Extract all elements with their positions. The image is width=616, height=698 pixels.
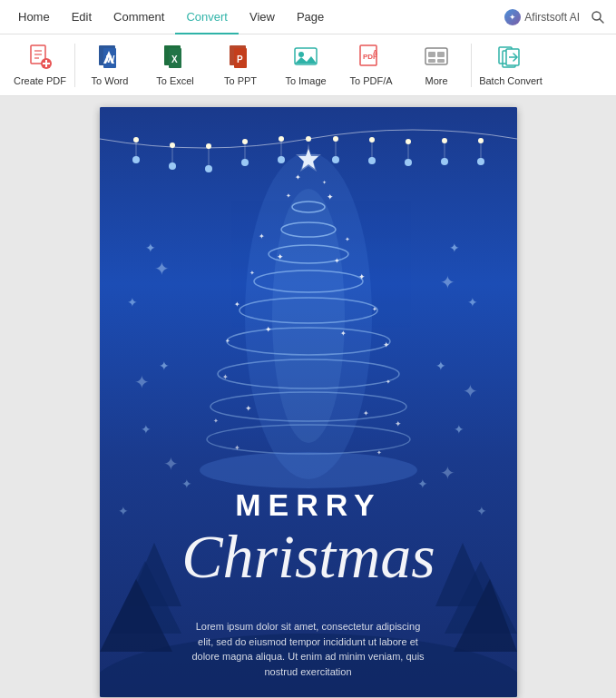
more-label: More — [425, 75, 447, 87]
to-pdfa-icon: PDF A — [357, 43, 386, 72]
svg-text:✦: ✦ — [372, 306, 377, 312]
toolbar-to-excel[interactable]: X To Excel — [142, 37, 208, 93]
to-word-label: To Word — [92, 75, 129, 87]
svg-point-76 — [272, 189, 345, 443]
lorem-ipsum-text: Lorem ipsum dolor sit amet, consectetur … — [191, 619, 426, 679]
svg-text:✦: ✦ — [234, 444, 240, 452]
to-pdfa-label: To PDF/A — [349, 75, 392, 87]
create-pdf-icon — [25, 43, 54, 72]
pdf-page: ✦ ✦ ✦ ✦ ✦ ✦ ✦ ✦ ✦ ✦ ✦ ✦ ✦ ✦ ✦ ✦ ✦ — [100, 107, 517, 697]
menu-page-label: Page — [297, 10, 324, 24]
svg-text:✦: ✦ — [383, 340, 390, 349]
svg-text:MERRY: MERRY — [235, 487, 382, 522]
svg-point-49 — [205, 165, 212, 172]
svg-text:✦: ✦ — [386, 378, 391, 385]
svg-text:✦: ✦ — [345, 236, 350, 242]
svg-text:✦: ✦ — [417, 477, 428, 491]
svg-text:A: A — [373, 49, 377, 55]
toolbar-more[interactable]: More — [404, 37, 469, 93]
svg-point-38 — [306, 136, 311, 142]
svg-text:✦: ✦ — [213, 418, 219, 424]
menu-page[interactable]: Page — [286, 0, 335, 34]
to-image-label: To Image — [285, 75, 326, 87]
svg-point-63 — [477, 158, 484, 165]
svg-text:✦: ✦ — [181, 477, 192, 491]
menu-view[interactable]: View — [239, 0, 286, 34]
menu-comment[interactable]: Comment — [103, 0, 175, 34]
toolbar-to-pdfa[interactable]: PDF A To PDF/A — [338, 37, 404, 93]
svg-text:✦: ✦ — [145, 241, 156, 255]
svg-text:✦: ✦ — [327, 192, 334, 202]
svg-rect-27 — [437, 59, 445, 63]
menu-convert[interactable]: Convert — [175, 0, 239, 34]
menu-items: Home Edit Comment Convert View Page — [7, 0, 335, 34]
svg-point-61 — [441, 158, 448, 165]
create-pdf-label: Create PDF — [14, 75, 66, 87]
menu-bar-right: ✦ Afirstsoft AI — [504, 6, 609, 28]
svg-text:✦: ✦ — [449, 241, 460, 255]
svg-text:✦: ✦ — [440, 463, 455, 483]
svg-text:✦: ✦ — [322, 180, 327, 185]
menu-comment-label: Comment — [113, 10, 164, 24]
svg-text:✦: ✦ — [259, 232, 265, 241]
menu-home[interactable]: Home — [7, 0, 61, 34]
svg-text:P: P — [237, 54, 243, 64]
card-svg: ✦ ✦ ✦ ✦ ✦ ✦ ✦ ✦ ✦ ✦ ✦ ✦ ✦ ✦ ✦ ✦ ✦ — [100, 107, 517, 697]
toolbar-to-word[interactable]: W To Word — [77, 37, 142, 93]
svg-point-19 — [298, 52, 304, 57]
toolbar-to-image[interactable]: To Image — [273, 37, 338, 93]
to-excel-icon: X — [161, 43, 190, 72]
svg-text:✦: ✦ — [435, 359, 446, 373]
svg-text:✦: ✦ — [358, 272, 366, 281]
svg-text:✦: ✦ — [454, 422, 464, 437]
svg-point-45 — [132, 156, 140, 163]
menu-edit[interactable]: Edit — [61, 0, 103, 34]
svg-text:✦: ✦ — [118, 504, 129, 518]
svg-text:✦: ✦ — [467, 295, 478, 310]
svg-rect-24 — [428, 52, 435, 57]
toolbar-create-pdf[interactable]: Create PDF — [7, 37, 73, 93]
search-button[interactable] — [587, 6, 609, 28]
svg-text:✦: ✦ — [159, 359, 170, 373]
main-area: ✦ ✦ ✦ ✦ ✦ ✦ ✦ ✦ ✦ ✦ ✦ ✦ ✦ ✦ ✦ ✦ ✦ — [0, 96, 616, 698]
svg-point-55 — [332, 156, 339, 163]
svg-point-53 — [278, 156, 285, 163]
ai-badge[interactable]: ✦ Afirstsoft AI — [504, 9, 580, 25]
svg-point-57 — [368, 157, 376, 164]
svg-line-1 — [600, 19, 603, 23]
menu-view-label: View — [249, 10, 275, 24]
svg-point-47 — [169, 162, 176, 170]
svg-text:✦: ✦ — [277, 252, 284, 261]
toolbar-to-ppt[interactable]: P To PPT — [208, 37, 273, 93]
menu-home-label: Home — [18, 10, 50, 24]
toolbar: Create PDF W To Word X To Excel — [0, 34, 616, 96]
toolbar-batch-convert[interactable]: Batch Convert — [474, 37, 548, 93]
svg-text:✦: ✦ — [440, 272, 455, 292]
menu-bar: Home Edit Comment Convert View Page ✦ Af… — [0, 0, 616, 34]
lorem-content: Lorem ipsum dolor sit amet, consectetur … — [191, 621, 424, 677]
batch-convert-icon — [496, 43, 525, 72]
divider-2 — [471, 44, 472, 87]
to-word-icon: W — [95, 43, 124, 72]
svg-point-51 — [241, 159, 249, 166]
svg-text:✦: ✦ — [340, 329, 347, 338]
svg-text:✦: ✦ — [476, 504, 487, 518]
svg-text:✦: ✦ — [249, 270, 255, 276]
svg-text:✦: ✦ — [395, 419, 402, 428]
svg-text:Christmas: Christmas — [181, 522, 435, 591]
svg-text:✦: ✦ — [222, 373, 229, 381]
svg-text:✦: ✦ — [127, 295, 138, 310]
ai-icon: ✦ — [504, 9, 521, 25]
menu-edit-label: Edit — [72, 10, 92, 24]
svg-text:✦: ✦ — [225, 338, 230, 344]
svg-text:✦: ✦ — [286, 192, 291, 199]
svg-text:✦: ✦ — [245, 404, 252, 413]
to-ppt-icon: P — [226, 43, 255, 72]
svg-text:✦: ✦ — [163, 454, 179, 474]
divider-1 — [74, 44, 75, 87]
svg-text:✦: ✦ — [265, 325, 272, 334]
svg-point-119 — [200, 452, 417, 488]
svg-text:✦: ✦ — [295, 173, 301, 182]
svg-text:✦: ✦ — [234, 300, 240, 309]
svg-text:✦: ✦ — [134, 372, 150, 392]
